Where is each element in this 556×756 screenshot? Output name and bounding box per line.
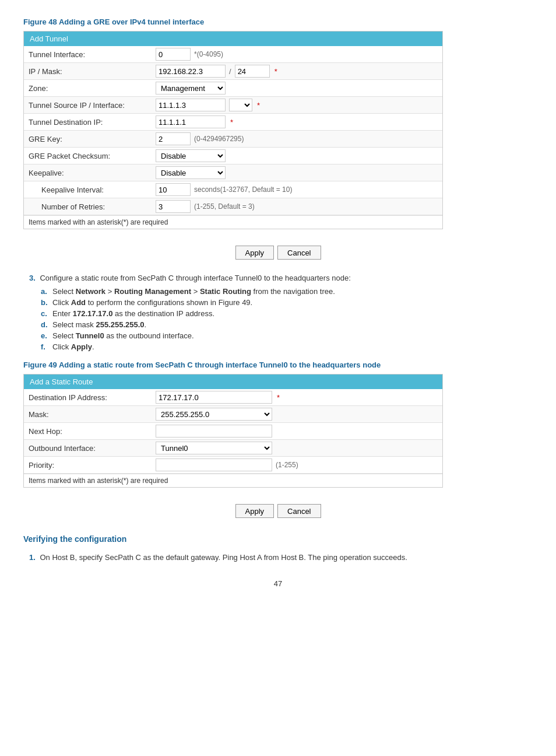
zone-value: Management — [152, 80, 442, 96]
step3-number: 3. — [29, 274, 36, 282]
dest-ip-required: * — [277, 393, 280, 402]
outbound-row: Outbound Interface: Tunnel0 — [24, 440, 442, 457]
substep-c-label: c. — [41, 309, 49, 318]
verifying-steps: 1. On Host B, specify SecPath C as the d… — [23, 553, 533, 562]
page-number: 47 — [23, 579, 533, 588]
substep-f: f. Click Apply. — [41, 342, 533, 351]
substep-a-text: Select Network > Routing Management > St… — [52, 287, 335, 296]
retries-row: Number of Retries: (1-255, Default = 3) — [24, 198, 442, 215]
tunnel-dest-label: Tunnel Destination IP: — [24, 116, 152, 129]
substep-c: c. Enter 172.17.17.0 as the destination … — [41, 309, 533, 318]
gre-key-input[interactable] — [156, 132, 191, 145]
keepalive-row: Keepalive: Disable Enable — [24, 164, 442, 181]
figure49-asterisk: Items marked with an asterisk(*) are req… — [24, 474, 442, 487]
substep-e: e. Select Tunnel0 as the outbound interf… — [41, 331, 533, 340]
keepalive-label: Keepalive: — [24, 166, 152, 180]
tunnel-interface-hint: *(0-4095) — [194, 50, 223, 58]
tunnel-source-row: Tunnel Source IP / Interface: * — [24, 97, 442, 114]
gre-key-hint: (0-4294967295) — [194, 135, 244, 143]
substep-b-text: Click Add to perform the configurations … — [52, 298, 252, 307]
mask-input[interactable] — [235, 65, 270, 78]
figure48-apply-button[interactable]: Apply — [235, 246, 275, 260]
substep-a-label: a. — [41, 287, 49, 296]
gre-checksum-row: GRE Packet Checksum: Disable Enable — [24, 148, 442, 164]
ip-required: * — [275, 67, 277, 76]
gre-key-label: GRE Key: — [24, 132, 152, 146]
gre-key-row: GRE Key: (0-4294967295) — [24, 131, 442, 148]
step3-substeps: a. Select Network > Routing Management >… — [29, 287, 533, 351]
step3-text: Configure a static route from SecPath C … — [40, 274, 350, 282]
zone-select[interactable]: Management — [156, 82, 226, 94]
zone-row: Zone: Management — [24, 80, 442, 97]
keepalive-select[interactable]: Disable Enable — [156, 166, 226, 179]
substep-e-label: e. — [41, 331, 49, 340]
priority-label: Priority: — [24, 459, 152, 472]
figure48-asterisk: Items marked with an asterisk(*) are req… — [24, 215, 442, 229]
substep-b-label: b. — [41, 298, 49, 307]
figure49-buttons: Apply Cancel — [23, 499, 533, 523]
verifying-step1-text: On Host B, specify SecPath C as the defa… — [40, 553, 407, 562]
tunnel-source-input[interactable] — [156, 99, 226, 111]
tunnel-source-value: * — [152, 97, 442, 113]
substep-a: a. Select Network > Routing Management >… — [41, 287, 533, 296]
priority-value: (1-255) — [152, 457, 442, 473]
figure48-title: Figure 48 Adding a GRE over IPv4 tunnel … — [23, 18, 533, 26]
tunnel-source-select[interactable] — [229, 99, 252, 111]
priority-input[interactable] — [156, 459, 272, 471]
tunnel-dest-value: * — [152, 114, 442, 130]
tunnel-interface-value: *(0-4095) — [152, 46, 442, 62]
next-hop-input[interactable] — [156, 425, 272, 438]
dest-ip-label: Destination IP Address: — [24, 391, 152, 404]
substep-f-label: f. — [41, 342, 49, 351]
substep-e-text: Select Tunnel0 as the outbound interface… — [52, 331, 194, 340]
retries-hint: (1-255, Default = 3) — [194, 202, 255, 211]
verifying-step1: 1. On Host B, specify SecPath C as the d… — [29, 553, 533, 562]
tunnel-interface-input[interactable] — [156, 48, 191, 61]
mask-select[interactable]: 255.255.255.0 — [156, 408, 272, 421]
priority-row: Priority: (1-255) — [24, 457, 442, 474]
verifying-title: Verifying the configuration — [23, 534, 533, 544]
tunnel-interface-label: Tunnel Interface: — [24, 48, 152, 61]
retries-input[interactable] — [156, 200, 191, 213]
mask-row: Mask: 255.255.255.0 — [24, 406, 442, 423]
substep-d-text: Select mask 255.255.255.0. — [52, 320, 146, 329]
ip-mask-label: IP / Mask: — [24, 65, 152, 78]
next-hop-value — [152, 423, 442, 439]
keepalive-value: Disable Enable — [152, 164, 442, 181]
keepalive-interval-input[interactable] — [156, 183, 191, 196]
gre-key-value: (0-4294967295) — [152, 131, 442, 147]
figure48-buttons: Apply Cancel — [23, 241, 533, 264]
keepalive-interval-label: Keepalive Interval: — [24, 183, 152, 197]
keepalive-interval-row: Keepalive Interval: seconds(1-32767, Def… — [24, 181, 442, 198]
figure49-apply-button[interactable]: Apply — [235, 504, 275, 518]
substep-c-text: Enter 172.17.17.0 as the destination IP … — [52, 309, 214, 318]
outbound-select[interactable]: Tunnel0 — [156, 442, 272, 454]
gre-checksum-select[interactable]: Disable Enable — [156, 149, 226, 162]
substep-d-label: d. — [41, 320, 49, 329]
figure49-cancel-button[interactable]: Cancel — [277, 504, 321, 518]
verifying-step1-number: 1. — [29, 553, 36, 562]
figure48-cancel-button[interactable]: Cancel — [277, 246, 321, 260]
dest-ip-row: Destination IP Address: * — [24, 389, 442, 406]
outbound-label: Outbound Interface: — [24, 442, 152, 455]
dest-ip-input[interactable] — [156, 391, 272, 404]
retries-value: (1-255, Default = 3) — [152, 198, 442, 215]
figure48-form: Add Tunnel Tunnel Interface: *(0-4095) I… — [23, 31, 443, 229]
figure49-title: Figure 49 Adding a static route from Sec… — [23, 360, 533, 369]
outbound-value: Tunnel0 — [152, 440, 442, 456]
dest-ip-value: * — [152, 389, 442, 405]
tunnel-dest-row: Tunnel Destination IP: * — [24, 114, 442, 131]
tunnel-dest-input[interactable] — [156, 116, 226, 128]
step3-main: 3. Configure a static route from SecPath… — [29, 274, 533, 282]
priority-hint: (1-255) — [276, 461, 298, 469]
mask-label: Mask: — [24, 408, 152, 421]
keepalive-interval-value: seconds(1-32767, Default = 10) — [152, 181, 442, 198]
ip-input[interactable] — [156, 65, 226, 78]
slash-divider: / — [229, 67, 231, 76]
substep-b: b. Click Add to perform the configuratio… — [41, 298, 533, 307]
figure48-header: Add Tunnel — [24, 32, 442, 46]
gre-checksum-value: Disable Enable — [152, 148, 442, 164]
gre-checksum-label: GRE Packet Checksum: — [24, 149, 152, 163]
retries-label: Number of Retries: — [24, 200, 152, 214]
tunnel-source-label: Tunnel Source IP / Interface: — [24, 99, 152, 112]
